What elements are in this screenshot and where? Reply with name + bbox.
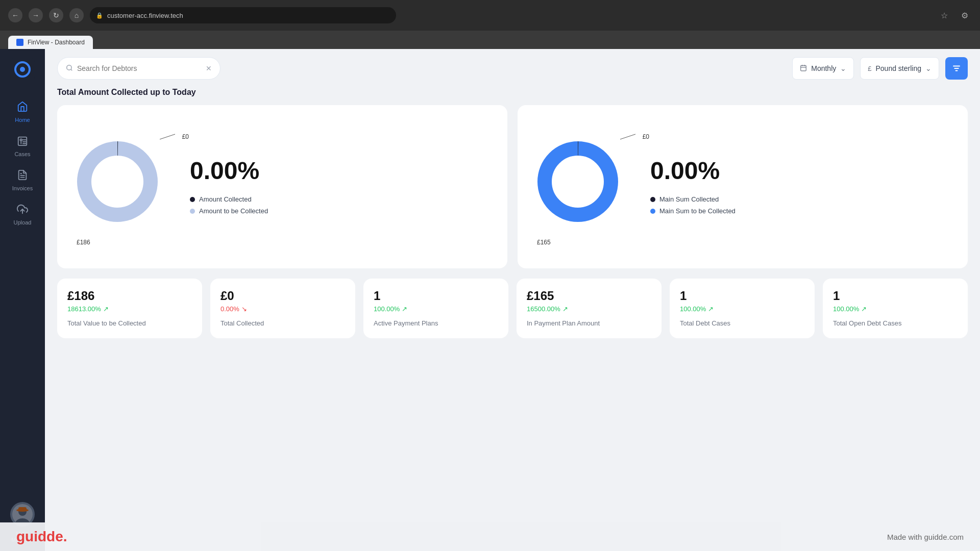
stat-value-2: 1 [374,289,498,303]
back-button[interactable]: ← [8,8,22,22]
stat-value-5: 1 [833,289,958,303]
stat-change-4: 100.00% ↗ [680,305,804,313]
legend-dot-3 [650,197,655,202]
legend-label-4: Main Sum to be Collected [659,207,736,215]
legend-label-3: Main Sum Collected [659,195,719,203]
reload-button[interactable]: ↻ [49,8,63,22]
stat-change-0: 18613.00% ↗ [67,305,192,313]
cases-icon [17,135,28,149]
header-right: Monthly ⌄ £ Pound sterling ⌄ [792,57,968,80]
guidde-logo: guidde. [16,529,67,545]
extensions-button[interactable]: ⚙ [958,8,972,22]
sidebar-item-home[interactable]: Home [4,96,41,128]
stat-arrow-5: ↗ [861,305,867,313]
stat-change-5: 100.00% ↗ [833,305,958,313]
dashboard-body: Total Amount Collected up to Today [45,88,980,551]
stat-card-0: £186 18613.00% ↗ Total Value to be Colle… [57,279,202,338]
sidebar-label-home: Home [15,117,30,123]
legend-label-1: Amount Collected [199,195,252,203]
sidebar-label-upload: Upload [14,219,32,226]
calendar-icon [800,64,807,73]
stat-change-text-5: 100.00% [833,305,859,313]
clear-icon[interactable]: ✕ [206,64,212,72]
monthly-dropdown[interactable]: Monthly ⌄ [792,57,854,80]
star-button[interactable]: ☆ [937,8,951,22]
address-bar[interactable]: 🔒 customer-acc.finview.tech [90,7,396,23]
right-chart-info: 0.00% Main Sum Collected Main Sum to be … [650,159,953,215]
stat-arrow-4: ↗ [708,305,714,313]
search-input[interactable] [77,64,202,72]
svg-point-1 [20,67,25,72]
stat-card-1: £0 0.00% ↘ Total Collected [210,279,355,338]
stat-arrow-3: ↗ [562,305,568,313]
stat-label-1: Total Collected [220,319,345,328]
guidde-credit: Made with guidde.com [887,533,964,541]
browser-right-controls: ☆ ⚙ [937,8,972,22]
stat-arrow-1: ↘ [241,305,247,313]
stat-change-1: 0.00% ↘ [220,305,345,313]
search-bar[interactable]: ✕ [57,57,220,80]
url-text: customer-acc.finview.tech [107,12,183,19]
sidebar: Home Cases [0,49,45,551]
svg-rect-15 [18,507,27,511]
stat-label-5: Total Open Debt Cases [833,319,958,328]
svg-line-27 [160,134,175,139]
sidebar-label-cases: Cases [14,151,30,157]
tab-bar: FinView - Dashboard [0,31,980,49]
legend-label-2: Amount to be Collected [199,207,268,215]
right-donut-container: £0 £165 [532,136,634,238]
charts-row: £0 £186 0.00% Amount Collected [57,105,968,268]
active-tab[interactable]: FinView - Dashboard [8,36,93,49]
right-chart-percentage: 0.00% [650,159,953,183]
svg-point-28 [545,148,611,215]
sidebar-item-upload[interactable]: Upload [4,198,41,231]
browser-chrome: ← → ↻ ⌂ 🔒 customer-acc.finview.tech ☆ ⚙ [0,0,980,31]
sidebar-label-invoices: Invoices [12,185,33,191]
stat-card-4: 1 100.00% ↗ Total Debt Cases [670,279,815,338]
left-chart-card: £0 £186 0.00% Amount Collected [57,105,507,268]
sidebar-logo [10,57,35,96]
filter-button[interactable] [945,57,968,80]
home-icon [17,101,28,115]
stat-arrow-0: ↗ [103,305,109,313]
legend-item-1: Amount Collected [190,195,493,203]
stat-arrow-2: ↗ [402,305,407,313]
forward-button[interactable]: → [29,8,43,22]
legend-dot-1 [190,197,195,202]
stat-label-3: In Payment Plan Amount [527,319,651,328]
svg-rect-18 [801,65,806,70]
stat-value-1: £0 [220,289,345,303]
stat-change-text-0: 18613.00% [67,305,101,313]
lock-icon: 🔒 [96,12,103,19]
svg-line-17 [71,69,72,70]
legend-item-3: Main Sum Collected [650,195,953,203]
guidde-footer: guidde. Made with guidde.com [0,522,980,551]
stat-label-4: Total Debt Cases [680,319,804,328]
svg-point-3 [20,139,22,141]
left-chart-label-zero: £0 [182,133,189,140]
right-chart-card: £0 £165 0.00% Main Sum Collected [518,105,968,268]
monthly-label: Monthly [811,64,836,72]
stat-change-text-2: 100.00% [374,305,400,313]
header: ✕ Monthly ⌄ £ Pound sterling ⌄ [45,49,980,88]
app-container: Home Cases [0,49,980,551]
svg-rect-2 [18,137,27,146]
home-button[interactable]: ⌂ [69,8,84,22]
sidebar-nav: Home Cases [4,96,41,502]
currency-label: Pound sterling [875,64,921,72]
left-chart-legend: Amount Collected Amount to be Collected [190,195,493,215]
tab-title: FinView - Dashboard [28,39,85,46]
right-chart-legend: Main Sum Collected Main Sum to be Collec… [650,195,953,215]
svg-point-16 [67,65,71,69]
stat-value-4: 1 [680,289,804,303]
currency-dropdown[interactable]: £ Pound sterling ⌄ [860,57,939,80]
sidebar-item-cases[interactable]: Cases [4,130,41,162]
stat-change-text-4: 100.00% [680,305,706,313]
left-donut-container: £0 £186 [71,136,174,238]
sidebar-item-invoices[interactable]: Invoices [4,164,41,196]
chevron-down-icon: ⌄ [840,64,846,72]
right-chart-label-amount: £165 [537,239,551,246]
legend-item-4: Main Sum to be Collected [650,207,953,215]
stat-value-3: £165 [527,289,651,303]
left-chart-label-amount: £186 [77,239,90,246]
